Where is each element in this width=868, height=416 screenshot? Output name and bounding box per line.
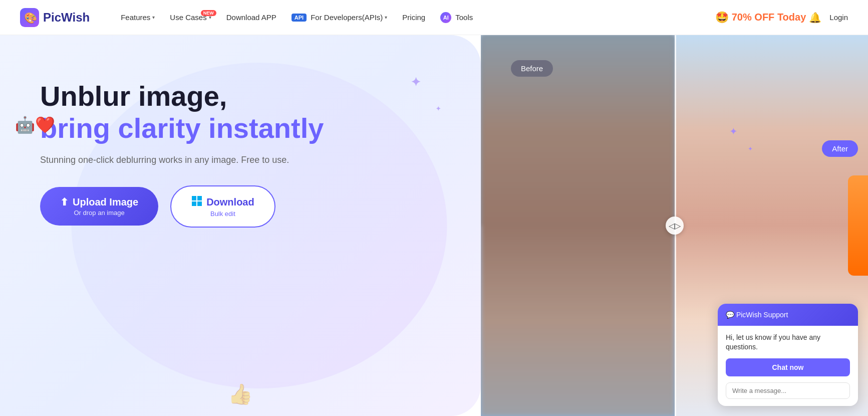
chat-now-button[interactable]: Chat now xyxy=(726,358,850,376)
chevron-down-icon: ▾ xyxy=(385,15,387,20)
hero-buttons: ⬆ Upload Image Or drop an image xyxy=(40,185,381,228)
svg-rect-5 xyxy=(197,201,202,206)
download-btn-sub-label: Bulk edit xyxy=(210,210,235,218)
hero-subtitle: Stunning one-click deblurring works in a… xyxy=(40,155,381,165)
slider-handle[interactable]: ◁▷ xyxy=(666,217,684,235)
logo[interactable]: 🎨 PicWish xyxy=(20,8,90,27)
svg-text:🎨: 🎨 xyxy=(24,11,38,24)
promo-emoji: 🤩 xyxy=(715,11,729,24)
after-label: After xyxy=(822,140,858,157)
chat-header-icon: 💬 xyxy=(726,311,736,319)
star-deco-right-1: ✦ xyxy=(729,125,738,137)
hero-text: Unblur image, bring clarity instantly St… xyxy=(40,80,381,228)
star-deco-right-2: ✦ xyxy=(748,145,753,152)
svg-rect-4 xyxy=(192,201,196,206)
hero-title-blue: bring clarity instantly xyxy=(40,112,381,144)
ai-badge: AI xyxy=(440,12,451,23)
chat-message-input[interactable] xyxy=(726,382,850,399)
nav-item-features[interactable]: Features ▾ xyxy=(115,9,161,26)
logo-text: PicWish xyxy=(43,11,90,25)
bottom-decoration: 👍 xyxy=(228,382,253,406)
chevron-down-icon: ▾ xyxy=(152,15,155,20)
promo-banner[interactable]: 🤩 70% OFF Today 🔔 xyxy=(715,11,822,24)
chat-body: Hi, let us know if you have any question… xyxy=(718,326,858,406)
star-decoration-2: ✦ xyxy=(436,105,441,112)
download-btn-main-label: Download xyxy=(191,195,254,209)
svg-rect-3 xyxy=(197,196,202,200)
nav-item-tools[interactable]: AI Tools xyxy=(434,8,479,27)
nav-item-pricing[interactable]: Pricing xyxy=(396,9,431,26)
upload-image-button[interactable]: ⬆ Upload Image Or drop an image xyxy=(40,187,158,226)
windows-icon xyxy=(191,195,202,209)
nav-right: 🤩 70% OFF Today 🔔 Login xyxy=(715,11,848,24)
download-button[interactable]: Download Bulk edit xyxy=(170,185,275,228)
upload-btn-main-label: ⬆ Upload Image xyxy=(60,196,138,208)
upload-icon: ⬆ xyxy=(60,196,69,208)
chat-widget: 💬 PicWish Support Hi, let us know if you… xyxy=(718,304,858,406)
chat-greeting-text: Hi, let us know if you have any question… xyxy=(726,333,850,352)
photo-before-half xyxy=(481,35,675,416)
hero-section: Unblur image, bring clarity instantly St… xyxy=(0,35,481,416)
nav-item-download-app[interactable]: Download APP xyxy=(220,9,282,26)
nav-item-developers[interactable]: API For Developers(APIs) ▾ xyxy=(285,9,394,26)
logo-icon: 🎨 xyxy=(20,8,39,27)
api-badge: API xyxy=(292,14,307,22)
promo-text: 70% OFF Today xyxy=(732,12,806,23)
login-button[interactable]: Login xyxy=(829,13,848,22)
before-label: Before xyxy=(511,60,553,77)
nav-links: Features ▾ Use Cases ▾ NEW Download APP … xyxy=(115,8,715,27)
navbar: 🎨 PicWish Features ▾ Use Cases ▾ NEW Dow… xyxy=(0,0,868,35)
chat-header-title: PicWish Support xyxy=(736,311,788,319)
hero-title-dark: Unblur image, xyxy=(40,80,381,112)
notification-icon: 🔔 xyxy=(809,12,821,24)
chat-header: 💬 PicWish Support xyxy=(718,304,858,326)
upload-btn-sub-label: Or drop an image xyxy=(74,209,124,217)
new-badge: NEW xyxy=(201,10,216,16)
orange-accent-bar xyxy=(848,175,868,276)
star-decoration-1: ✦ xyxy=(411,75,421,89)
nav-item-use-cases[interactable]: Use Cases ▾ NEW xyxy=(164,9,217,26)
svg-rect-2 xyxy=(192,196,196,200)
robot-decoration: 🤖❤️ xyxy=(15,115,55,134)
